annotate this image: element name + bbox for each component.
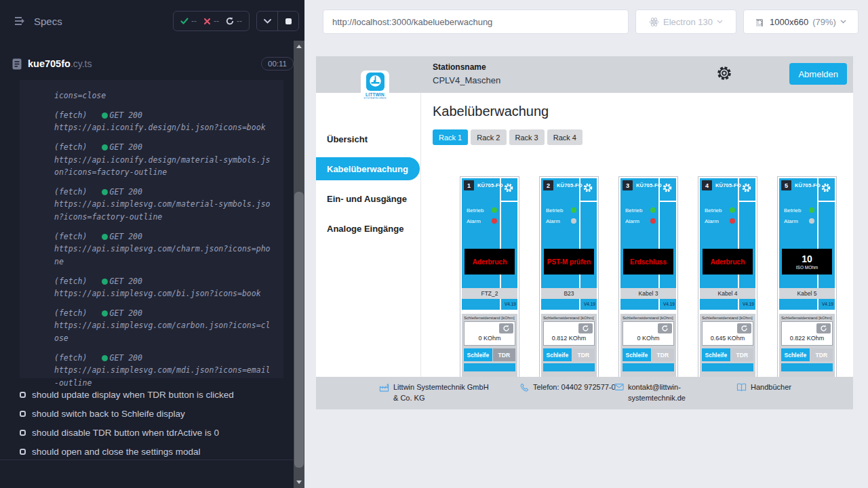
measurement-display: 0 KOhm (464, 321, 515, 346)
card-settings-gear-icon[interactable] (583, 182, 593, 196)
device-card-1: 1 KÜ705-FO Betrieb Alarm Aderbruch FTZ_2… (460, 176, 519, 380)
rail-divider-line (818, 201, 835, 202)
test-item[interactable]: should open and close the settings modal (0, 442, 294, 461)
app-body: Übersicht Kabelüberwachung Ein- und Ausg… (316, 93, 853, 409)
log-entry: (fetch)GET 200 https://api.simplesvg.com… (54, 275, 273, 300)
tab-rack-1[interactable]: Rack 1 (433, 129, 468, 145)
betrieb-label: Betrieb (705, 207, 722, 214)
schleife-button[interactable]: Schleife (464, 348, 492, 361)
refresh-button[interactable] (578, 323, 593, 333)
betrieb-led (650, 207, 656, 213)
schleife-button[interactable]: Schleife (702, 348, 730, 361)
spec-name: kue705fo.cy.ts (28, 58, 92, 69)
chevron-down-icon (840, 20, 846, 24)
panel-divider-line (500, 299, 501, 310)
scrollbar-thumb[interactable] (294, 192, 304, 468)
panel-divider-line (579, 299, 580, 310)
test-list: should update display when TDR button is… (0, 385, 294, 461)
tab-rack-4[interactable]: Rack 4 (547, 129, 583, 145)
status-display: PST-M prüfen (544, 249, 594, 274)
firmware-version: V4.19 (663, 302, 675, 306)
betrieb-led (492, 207, 497, 213)
device-model: KÜ705-FO (557, 182, 583, 188)
status-display: 10 ISO MOhm (782, 249, 832, 274)
panel-divider-line (738, 299, 739, 310)
sidebar-item-kabelueberwachung[interactable]: Kabelüberwachung (316, 157, 420, 180)
chevron-down-icon (717, 20, 723, 24)
tdr-button[interactable]: TDR (572, 348, 595, 361)
cable-name: Kabel 3 (620, 288, 676, 299)
refresh-button[interactable] (737, 323, 751, 333)
cable-name: FTZ_2 (462, 288, 517, 299)
panel-scrollbar[interactable] (294, 41, 304, 488)
scrollbar-up-arrow[interactable] (296, 45, 302, 48)
app-header: LITTWIN SYSTEMTECHNIK Stationsname CPLV4… (316, 56, 853, 93)
url-bar[interactable]: http://localhost:3000/kabelueberwachung (323, 9, 629, 34)
measurement-section: Schleifenwiderstand [kOhm] 0 KOhm Schlei… (620, 314, 676, 378)
spec-timer: 00:11 (261, 57, 294, 70)
spec-extension: .cy.ts (71, 58, 92, 69)
status-dot (102, 279, 108, 285)
log-entry: (fetch)GET 200 https://api.simplesvg.com… (54, 307, 273, 345)
stat-passed: -- (180, 16, 197, 26)
card-bottom-strip (464, 363, 515, 371)
mail-icon (614, 383, 624, 404)
rack-tabs: Rack 1 Rack 2 Rack 3 Rack 4 (433, 129, 853, 145)
x-icon (203, 18, 211, 25)
logout-button[interactable]: Abmelden (789, 63, 847, 85)
firmware-version: V4.19 (822, 302, 833, 306)
card-settings-gear-icon[interactable] (741, 182, 752, 196)
card-bottom-strip (543, 363, 595, 371)
test-item[interactable]: should disable TDR button when tdrActive… (0, 423, 294, 442)
refresh-button[interactable] (816, 323, 831, 333)
page-title: Kabelüberwachung (433, 104, 853, 119)
refresh-icon (226, 17, 234, 25)
sidebar-item-ein-und-ausgaenge[interactable]: Ein- und Ausgänge (316, 184, 420, 214)
betrieb-label: Betrieb (784, 207, 801, 214)
firmware-version: V4.19 (743, 302, 754, 306)
scrollbar-down-arrow[interactable] (296, 481, 302, 484)
device-card-5: 5 KÜ705-FO Betrieb Alarm 10 ISO MOhm (777, 176, 837, 380)
command-log[interactable]: icons=close (fetch)GET 200 https://api.i… (20, 80, 283, 378)
test-item[interactable]: should switch back to Schleife display (0, 404, 294, 423)
card-settings-gear-icon[interactable] (821, 182, 831, 196)
station-label: Stationsname (433, 62, 500, 72)
tdr-button[interactable]: TDR (493, 348, 515, 361)
test-item[interactable]: should update display when TDR button is… (0, 385, 294, 404)
stop-button[interactable] (278, 12, 298, 30)
refresh-button[interactable] (499, 323, 513, 333)
footer-email[interactable]: kontakt@littwin-systemtechnik.de (614, 382, 697, 404)
settings-gear-icon[interactable] (716, 65, 732, 84)
viewport-size-selector[interactable]: 1000x660 (79%) (743, 9, 859, 34)
status-dot (102, 355, 108, 361)
app-viewport: LITTWIN SYSTEMTECHNIK Stationsname CPLV4… (316, 56, 853, 409)
spec-row[interactable]: kue705fo.cy.ts 00:11 (0, 52, 304, 76)
tdr-button[interactable]: TDR (810, 348, 833, 361)
collapse-chevron-button[interactable] (257, 12, 277, 30)
browser-selector[interactable]: Electron 130 (635, 9, 736, 34)
alarm-led (809, 218, 814, 224)
stat-failed: -- (203, 16, 219, 26)
specs-toggle-icon[interactable] (14, 16, 27, 26)
schleife-button[interactable]: Schleife (623, 348, 651, 361)
measurement-display: 0.812 KOhm (543, 321, 595, 346)
schleife-button[interactable]: Schleife (543, 348, 572, 361)
test-state-icon (20, 449, 26, 455)
refresh-button[interactable] (658, 323, 672, 333)
rail-divider-line (501, 201, 517, 202)
tdr-button[interactable]: TDR (731, 348, 753, 361)
footer-manuals[interactable]: Handbücher (736, 382, 791, 395)
card-settings-gear-icon[interactable] (503, 182, 514, 196)
sidebar-item-uebersicht[interactable]: Übersicht (316, 124, 420, 154)
firmware-version: V4.19 (505, 302, 516, 306)
resistance-value: 0 KOhm (623, 335, 673, 342)
resistance-value: 0.645 KOhm (703, 335, 753, 342)
test-state-icon (20, 392, 26, 398)
logo-icon (366, 73, 384, 91)
tab-rack-3[interactable]: Rack 3 (509, 129, 545, 145)
tdr-button[interactable]: TDR (652, 348, 674, 361)
tab-rack-2[interactable]: Rack 2 (471, 129, 506, 145)
schleife-button[interactable]: Schleife (781, 348, 810, 361)
card-settings-gear-icon[interactable] (662, 182, 673, 196)
sidebar-item-analoge-eingaenge[interactable]: Analoge Eingänge (316, 214, 420, 243)
